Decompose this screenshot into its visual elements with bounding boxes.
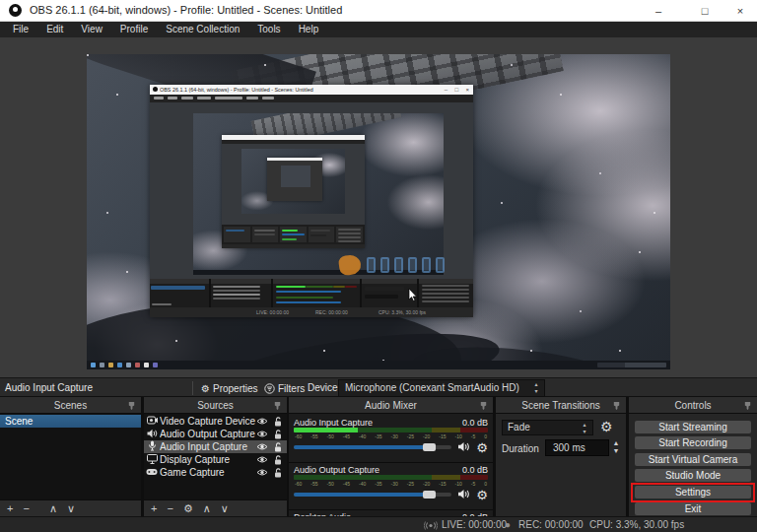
add-source-button[interactable]: + xyxy=(151,501,157,516)
title-bar[interactable]: OBS 26.1.1 (64-bit, windows) - Profile: … xyxy=(0,0,757,22)
source-row-display-capture[interactable]: Display Capture xyxy=(144,453,287,466)
filters-icon xyxy=(264,383,275,394)
lock-icon[interactable] xyxy=(274,455,282,465)
start-recording-button[interactable]: Start Recording xyxy=(635,436,751,449)
channel-name: Audio Output Capture xyxy=(294,465,379,475)
scene-up-button[interactable]: ∧ xyxy=(49,501,57,516)
status-bar: LIVE: 00:00:00 ● REC: 00:00:00 CPU: 3.3%… xyxy=(0,516,757,532)
dock-pin-icon[interactable] xyxy=(479,401,488,410)
source-down-button[interactable]: ∨ xyxy=(221,501,229,516)
sources-panel: Sources Video Capture Device Audio Outpu… xyxy=(144,397,287,516)
menu-scene-collection[interactable]: Scene Collection xyxy=(157,22,248,37)
channel-gear-icon[interactable]: ⚙ xyxy=(476,488,488,502)
captured-preview-3 xyxy=(281,166,310,187)
mixer-channel-audio-output: Audio Output Capture0.0 dB -60-55-50-45-… xyxy=(294,464,488,501)
camera-icon xyxy=(144,416,160,427)
close-button[interactable]: × xyxy=(723,0,757,22)
scene-transitions-panel: Scene Transitions Fade ▴▾ ⚙ Duration 300… xyxy=(496,397,626,516)
channel-level: 0.0 dB xyxy=(462,465,488,475)
obs-logo-icon xyxy=(9,4,22,17)
scene-list-item[interactable]: Scene xyxy=(0,415,141,428)
start-streaming-button[interactable]: Start Streaming xyxy=(635,421,751,433)
visibility-eye-icon[interactable] xyxy=(256,417,268,426)
mute-speaker-icon[interactable] xyxy=(457,486,470,503)
settings-highlight-annotation xyxy=(631,483,755,502)
device-label: Device xyxy=(308,382,338,393)
maximize-button[interactable]: □ xyxy=(688,0,722,22)
visibility-eye-icon[interactable] xyxy=(256,430,268,438)
source-up-button[interactable]: ∧ xyxy=(203,501,211,516)
channel-name: Audio Input Capture xyxy=(294,418,373,428)
studio-mode-button[interactable]: Studio Mode xyxy=(635,469,751,482)
sources-toolbar: + − ⚙ ∧ ∨ xyxy=(144,499,287,516)
captured-status-bar-2 xyxy=(222,244,365,248)
menu-help[interactable]: Help xyxy=(290,22,328,37)
device-select[interactable]: Microphone (Conexant SmartAudio HD) ▴▾ xyxy=(338,379,545,397)
captured-dock xyxy=(150,279,473,307)
start-virtual-camera-button[interactable]: Start Virtual Camera xyxy=(635,453,751,466)
captured-maximize-icon: □ xyxy=(454,87,458,93)
properties-button[interactable]: ⚙ Properties xyxy=(197,380,262,396)
menu-file[interactable]: File xyxy=(4,22,37,37)
source-properties-gear-icon[interactable]: ⚙ xyxy=(183,501,193,516)
sources-panel-header[interactable]: Sources xyxy=(144,397,287,414)
scenes-panel-header[interactable]: Scenes xyxy=(0,397,141,414)
source-row-video-capture[interactable]: Video Capture Device xyxy=(144,415,287,428)
captured-preview-2 xyxy=(222,144,365,225)
lock-icon[interactable] xyxy=(274,442,282,452)
lock-icon[interactable] xyxy=(274,417,282,427)
gear-icon: ⚙ xyxy=(201,383,210,394)
captured-window-title: OBS 26.1.1 (64-bit, windows) - Profile: … xyxy=(160,87,313,92)
menu-tools[interactable]: Tools xyxy=(248,22,289,37)
controls-header[interactable]: Controls xyxy=(629,397,757,414)
controls-panel: Controls Start Streaming Start Recording… xyxy=(629,397,757,516)
lock-icon[interactable] xyxy=(274,430,282,439)
obs-main-window: OBS 26.1.1 (64-bit, windows) - Profile: … xyxy=(0,0,757,532)
mute-speaker-icon[interactable] xyxy=(457,438,470,456)
add-scene-button[interactable]: + xyxy=(7,501,13,516)
visibility-eye-icon[interactable] xyxy=(256,455,268,464)
visibility-eye-icon[interactable] xyxy=(256,468,268,477)
menu-bar: File Edit View Profile Scene Collection … xyxy=(0,22,757,37)
visibility-eye-icon[interactable] xyxy=(256,442,268,451)
scene-down-button[interactable]: ∨ xyxy=(67,501,75,516)
display-capture-content: OBS 26.1.1 (64-bit, windows) - Profile: … xyxy=(87,54,670,369)
captured-obs-window-2 xyxy=(222,135,365,248)
remove-source-button[interactable]: − xyxy=(167,501,172,516)
live-broadcast-icon xyxy=(424,521,438,530)
source-row-game-capture[interactable]: Game Capture xyxy=(144,466,287,479)
menu-profile[interactable]: Profile xyxy=(111,22,157,37)
volume-slider[interactable] xyxy=(294,445,451,449)
transition-select[interactable]: Fade ▴▾ xyxy=(502,420,593,435)
gamepad-icon xyxy=(144,467,160,478)
dock-pin-icon[interactable] xyxy=(127,401,136,410)
speaker-icon xyxy=(144,429,160,440)
lock-icon[interactable] xyxy=(274,468,282,478)
filters-button[interactable]: Filters xyxy=(260,380,309,396)
mixer-channel-audio-input: Audio Input Capture0.0 dB -60-55-50-45-4… xyxy=(294,417,488,454)
transition-gear-icon[interactable]: ⚙ xyxy=(600,419,613,434)
scenes-panel: Scenes Scene + − ∧ ∨ xyxy=(0,397,141,516)
preview-canvas[interactable]: OBS 26.1.1 (64-bit, windows) - Profile: … xyxy=(0,37,757,377)
volume-slider[interactable] xyxy=(294,493,451,497)
dock-pin-icon[interactable] xyxy=(273,401,282,410)
source-row-audio-output[interactable]: Audio Output Capture xyxy=(144,428,287,440)
menu-view[interactable]: View xyxy=(72,22,111,37)
source-row-audio-input[interactable]: Audio Input Capture xyxy=(144,440,287,453)
transition-select-spinner[interactable]: ▴▾ xyxy=(579,422,590,435)
minimize-button[interactable]: – xyxy=(642,0,675,22)
device-select-spinner[interactable]: ▴▾ xyxy=(530,381,542,395)
captured-taskbar xyxy=(87,361,670,369)
duration-spinner[interactable]: ▲▼ xyxy=(610,439,622,456)
remove-scene-button[interactable]: − xyxy=(23,501,29,516)
audio-mixer-header[interactable]: Audio Mixer xyxy=(289,397,493,414)
menu-edit[interactable]: Edit xyxy=(37,22,72,37)
live-timer: LIVE: 00:00:00 xyxy=(442,519,507,530)
duration-input[interactable]: 300 ms xyxy=(545,439,609,456)
dock-pin-icon[interactable] xyxy=(612,401,621,410)
exit-button[interactable]: Exit xyxy=(635,502,751,515)
channel-gear-icon[interactable]: ⚙ xyxy=(476,440,488,455)
volume-meter xyxy=(294,475,488,480)
scene-transitions-header[interactable]: Scene Transitions xyxy=(496,397,626,414)
dock-pin-icon[interactable] xyxy=(743,401,752,410)
